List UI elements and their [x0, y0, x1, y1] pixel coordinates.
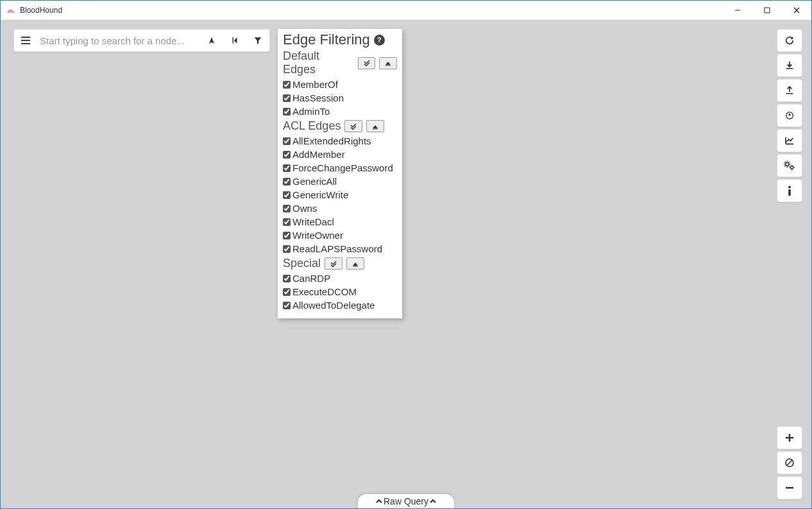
filter-item-label: WriteDacl: [292, 216, 334, 227]
filter-checkbox[interactable]: [283, 191, 291, 199]
help-icon[interactable]: ?: [374, 35, 385, 46]
filter-item: HasSession: [283, 92, 397, 103]
zoom-controls: [777, 426, 802, 499]
svg-point-16: [791, 166, 794, 169]
minimize-button[interactable]: [723, 1, 752, 20]
titlebar: BloodHound: [1, 1, 811, 20]
svg-rect-11: [353, 266, 358, 266]
filter-item-label: AllowedToDelegate: [292, 300, 375, 311]
uncheck-all-button[interactable]: [379, 57, 397, 69]
pathfinding-icon[interactable]: [200, 30, 223, 51]
filter-checkbox[interactable]: [283, 288, 291, 296]
filter-item: ForceChangePassword: [283, 162, 397, 173]
filter-item-label: Owns: [292, 203, 317, 214]
filter-icon[interactable]: [246, 30, 269, 51]
filter-item: WriteOwner: [283, 230, 397, 241]
filter-item: AllExtendedRights: [283, 135, 397, 146]
check-all-button[interactable]: [344, 120, 362, 132]
svg-point-15: [786, 162, 789, 166]
filter-section-label: Special: [283, 257, 321, 270]
filter-item-label: AddMember: [292, 149, 345, 160]
zoom-in-button[interactable]: [777, 426, 802, 449]
filter-checkbox[interactable]: [283, 205, 291, 212]
raw-query-label: Raw Query: [384, 496, 428, 506]
filter-item-label: MemberOf: [292, 79, 338, 90]
window-title: BloodHound: [20, 6, 62, 15]
svg-rect-18: [788, 189, 791, 196]
settings-button[interactable]: [777, 154, 802, 177]
filter-item: GenericAll: [283, 176, 397, 187]
filter-item: GenericWrite: [283, 189, 397, 200]
uncheck-all-button[interactable]: [346, 257, 364, 270]
step-back-icon[interactable]: [223, 30, 246, 51]
info-button[interactable]: [777, 179, 802, 202]
svg-rect-9: [385, 65, 391, 66]
filter-item-label: CanRDP: [292, 273, 330, 284]
filter-item-label: ExecuteDCOM: [292, 286, 357, 297]
filter-checkbox[interactable]: [283, 245, 291, 253]
filter-item-label: ReadLAPSPassword: [292, 243, 382, 254]
filter-checkbox[interactable]: [283, 94, 291, 102]
filter-checkbox[interactable]: [283, 164, 291, 172]
filter-section-label: ACL Edges: [283, 119, 341, 133]
chevron-up-icon: [430, 497, 436, 505]
svg-rect-10: [373, 128, 378, 129]
reset-zoom-button[interactable]: [777, 451, 802, 474]
graph-workspace[interactable]: Edge Filtering ? Default EdgesMemberOfHa…: [1, 20, 811, 508]
filter-checkbox[interactable]: [283, 81, 291, 89]
filter-item-label: GenericAll: [292, 176, 337, 187]
app-icon: [6, 5, 16, 15]
zoom-out-button[interactable]: [777, 476, 802, 499]
uncheck-all-button[interactable]: [366, 120, 384, 132]
filter-panel-title-text: Edge Filtering: [283, 31, 370, 48]
filter-item: AddMember: [283, 149, 397, 160]
refresh-button[interactable]: [777, 29, 802, 52]
download-button[interactable]: [777, 54, 802, 77]
svg-point-17: [788, 186, 791, 189]
filter-item-label: GenericWrite: [292, 189, 348, 200]
svg-point-0: [9, 10, 10, 11]
search-input[interactable]: [37, 30, 200, 51]
filter-section-header: Special: [283, 257, 397, 270]
svg-line-22: [787, 460, 792, 465]
raw-query-tab[interactable]: Raw Query: [357, 494, 455, 508]
svg-rect-2: [765, 8, 770, 13]
check-all-button[interactable]: [358, 57, 376, 69]
menu-icon[interactable]: [14, 36, 37, 45]
right-toolbar: [777, 29, 802, 202]
edge-filter-panel: Edge Filtering ? Default EdgesMemberOfHa…: [278, 29, 402, 318]
filter-item-label: ForceChangePassword: [292, 162, 393, 173]
filter-item: ReadLAPSPassword: [283, 243, 397, 254]
filter-panel-title: Edge Filtering ?: [283, 31, 397, 48]
filter-checkbox[interactable]: [283, 108, 291, 116]
filter-checkbox[interactable]: [283, 178, 291, 185]
filter-item: MemberOf: [283, 79, 397, 90]
upload-button[interactable]: [777, 79, 802, 102]
maximize-button[interactable]: [752, 1, 782, 20]
search-bar: [13, 29, 270, 52]
filter-item: AllowedToDelegate: [283, 300, 397, 311]
check-all-button[interactable]: [325, 257, 343, 270]
filter-section-header: ACL Edges: [283, 119, 397, 133]
filter-item: Owns: [283, 203, 397, 214]
filter-section-header: Default Edges: [283, 49, 397, 76]
svg-rect-8: [233, 37, 233, 43]
filter-item: WriteDacl: [283, 216, 397, 227]
close-button[interactable]: [782, 1, 811, 20]
analytics-button[interactable]: [777, 129, 802, 152]
filter-item-label: WriteOwner: [292, 230, 343, 241]
filter-checkbox[interactable]: [283, 232, 291, 239]
filter-checkbox[interactable]: [283, 218, 291, 226]
filter-checkbox[interactable]: [283, 275, 291, 282]
filter-item-label: HasSession: [292, 92, 344, 103]
filter-item-label: AdminTo: [292, 106, 330, 117]
filter-checkbox[interactable]: [283, 151, 291, 159]
chevron-up-icon: [376, 497, 382, 505]
filter-item: AdminTo: [283, 106, 397, 117]
filter-section-label: Default Edges: [283, 49, 354, 76]
filter-item: ExecuteDCOM: [283, 286, 397, 297]
filter-item-label: AllExtendedRights: [292, 135, 371, 146]
filter-checkbox[interactable]: [283, 137, 291, 145]
filter-checkbox[interactable]: [283, 302, 291, 309]
target-button[interactable]: [777, 104, 802, 127]
